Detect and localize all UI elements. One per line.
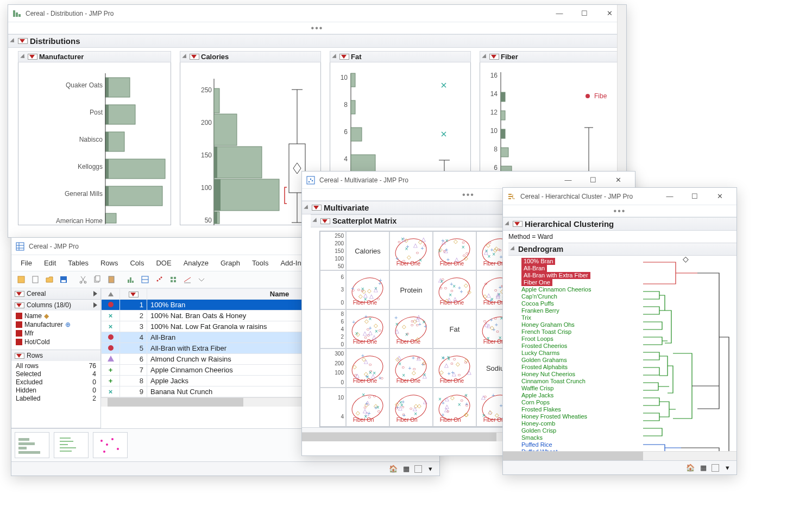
menu-file[interactable]: File [16,257,37,269]
splom-cell[interactable]: Fiber One○×△◇+○×△◇+○×△◇+○ [346,309,389,348]
hotspot-icon[interactable] [489,54,499,60]
splom-cell[interactable]: Fiber One○×△◇+○×△◇+○×△◇+○ [433,270,476,309]
hotspot-icon[interactable] [15,302,24,308]
titlebar-cluster[interactable]: Cereal - Hierarchical Cluster - JMP Pro … [503,188,737,205]
panel-cereal[interactable]: Cereal [11,288,100,299]
section-hier[interactable]: Hierarchical Clustering [503,217,737,231]
dendro-item[interactable]: Frosted Cheerios [521,343,567,349]
dendro-item[interactable]: Golden Crisp [521,427,556,434]
hotspot-icon[interactable] [339,54,349,60]
menu-rows[interactable]: Rows [96,257,123,269]
col-name[interactable]: Name ◆ [16,312,98,320]
tool-dist2[interactable] [139,273,152,286]
dendro-item[interactable]: Cocoa Puffs [521,300,554,307]
dendro-item[interactable]: Fiber One [521,279,552,286]
maximize-button[interactable]: ☐ [581,173,606,188]
splom-cell[interactable]: Fiber On○×△◇+○×△◇+○×△◇+○ [389,388,433,427]
hotspot-icon[interactable] [190,54,199,60]
tool-dist[interactable] [124,273,137,286]
tool-paste[interactable] [105,273,118,286]
splom-cell[interactable]: Fiber One○×△◇+○×△◇+○×△◇+○ [389,309,433,348]
minimize-button[interactable]: — [657,189,682,204]
close-button[interactable]: ✕ [606,173,631,188]
dendrogram-body[interactable]: ◇ 100% BranAll-BranAll-Bran with Extra F… [503,256,737,451]
minimize-button[interactable]: — [547,6,572,21]
splom-cell[interactable]: Fiber One○×△◇+○×△◇+○×△◇+○ [389,231,433,270]
status-dropdown-icon[interactable]: ▾ [722,463,732,473]
tool-fit[interactable] [181,273,194,286]
maximize-button[interactable]: ☐ [572,6,597,21]
dendro-item[interactable]: Honey-comb [521,420,555,427]
menu-tools[interactable]: Tools [247,257,273,269]
hotspot-icon[interactable] [15,291,24,297]
dendro-item[interactable]: Trix [521,314,531,321]
menu-tables[interactable]: Tables [63,257,93,269]
status-evaluate-icon[interactable]: ▦ [698,463,708,473]
status-checkbox[interactable] [712,464,719,472]
chart-header-manufacturer[interactable]: Manufacturer [18,51,171,62]
tool-cut[interactable] [77,273,90,286]
dendro-item[interactable]: Golden Grahams [521,357,567,363]
col-mfr[interactable]: Mfr [16,329,98,338]
dendro-item[interactable]: Lucky Charms [521,350,559,356]
grip-handle[interactable]: ••• [503,205,737,217]
sort-icon[interactable] [108,292,114,296]
tool-new[interactable] [29,273,42,286]
panel-columns[interactable]: Columns (18/0) [11,300,100,310]
menu-doe[interactable]: DOE [151,257,176,269]
menu-cols[interactable]: Cols [125,257,149,269]
chart-calories[interactable]: 250 200 150 100 50 [180,62,321,225]
tool-open[interactable] [43,273,56,286]
maximize-button[interactable]: ☐ [682,189,707,204]
splom-cell[interactable]: Fiber One○×△◇+○×△◇+○×△◇+○ [433,348,476,388]
tool-graph[interactable] [167,273,180,286]
tool-more[interactable] [195,273,208,286]
dendro-item[interactable]: French Toast Crisp [521,328,571,335]
titlebar-multivariate[interactable]: Cereal - Multivariate - JMP Pro — ☐ ✕ [302,172,635,189]
dendro-item[interactable]: Frosted Flakes [521,406,561,413]
hotspot-icon[interactable] [513,221,523,227]
status-dropdown-icon[interactable]: ▾ [425,464,435,474]
hotspot-icon[interactable] [129,291,139,297]
col-hotcold[interactable]: Hot/Cold [16,338,98,346]
dendro-item[interactable]: Honey Graham Ohs [521,321,575,328]
grip-handle[interactable]: ••• [8,22,626,34]
scrollbar-horizontal[interactable] [503,451,737,460]
menu-graph[interactable]: Graph [216,257,245,269]
dendro-item[interactable]: 100% Bran [521,258,555,265]
tool-home[interactable] [15,273,28,286]
status-home-icon[interactable]: 🏠 [388,464,398,474]
chart-header-fiber[interactable]: Fiber [480,51,621,62]
splom-cell[interactable]: Fiber One○×△◇+○×△◇+○×△◇+○ [433,231,476,270]
splom-cell[interactable]: Fiber One○×△◇+○×△◇+○×△◇+○ [389,348,433,388]
minimize-button[interactable]: — [556,173,581,188]
thumb-cluster[interactable] [54,432,89,458]
section-dendrogram[interactable]: Dendrogram [508,243,737,256]
hotspot-icon[interactable] [28,54,37,60]
hotspot-icon[interactable] [320,218,330,224]
dendro-item[interactable]: Corn Pops [521,399,550,405]
expand-icon[interactable] [93,302,97,308]
dendro-item[interactable]: Apple Jacks [521,392,553,398]
tool-copy[interactable] [91,273,104,286]
section-distributions[interactable]: Distributions [8,34,626,48]
dendro-item[interactable]: Froot Loops [521,335,553,342]
dendro-item[interactable]: Waffle Crisp [521,385,553,391]
status-checkbox[interactable] [414,465,422,473]
close-button[interactable]: ✕ [707,189,732,204]
chart-header-fat[interactable]: Fat [330,51,471,62]
tool-save[interactable] [57,273,70,286]
dendro-item[interactable]: All-Bran [521,265,547,272]
chart-manufacturer[interactable]: Quaker Oats Post Nabisco Kelloggs Genera… [18,62,171,225]
tool-fitxy[interactable] [153,273,166,286]
hotspot-icon[interactable] [18,38,28,44]
dendro-item[interactable]: Franken Berry [521,307,559,314]
thumb-multivariate[interactable] [93,432,128,458]
splom-cell[interactable]: Fiber On○×△◇+○×△◇+○×△◇+○ [433,388,476,427]
splom-cell[interactable]: Fiber On○×△◇+○×△◇+○×△◇+○ [346,388,389,427]
status-home-icon[interactable]: 🏠 [685,463,695,473]
expand-icon[interactable] [93,291,97,296]
splom-cell[interactable]: Fiber One○×△◇+○×△◇+○×△◇+○ [346,348,389,388]
dendro-item[interactable]: Honey Nut Cheerios [521,371,575,377]
dendro-item[interactable]: Cinnamon Toast Crunch [521,378,586,384]
